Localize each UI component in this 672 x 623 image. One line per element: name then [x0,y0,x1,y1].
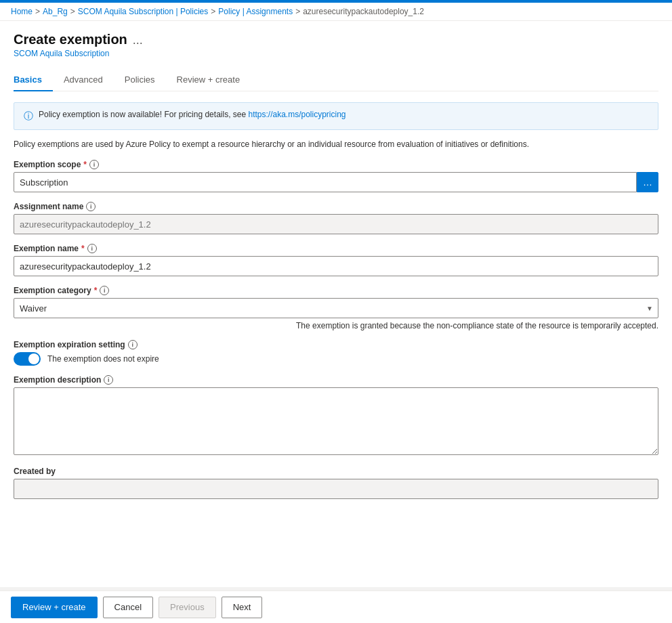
exemption-category-select-wrapper: Waiver Mitigated ▼ [14,298,658,318]
required-marker-3: * [94,286,98,295]
assignment-name-input [14,214,658,234]
created-by-group: Created by [14,467,658,499]
assignment-name-group: Assignment name i [14,202,658,234]
exemption-category-select[interactable]: Waiver Mitigated [14,298,658,318]
expiration-setting-label: Exemption expiration setting i [14,340,658,349]
page-subtitle: SCOM Aquila Subscription [14,49,658,58]
info-banner-text: Policy exemption is now available! For p… [39,110,346,119]
description-text: Policy exemptions are used by Azure Poli… [14,139,658,149]
breadcrumb-policies[interactable]: SCOM Aquila Subscription | Policies [78,7,209,16]
tab-basics[interactable]: Basics [14,69,53,91]
exemption-category-info[interactable]: i [100,286,109,295]
info-icon: ⓘ [24,110,33,123]
assignment-name-info[interactable]: i [86,202,96,211]
review-create-button[interactable]: Review + create [11,597,98,618]
ellipsis-button[interactable]: ... [133,34,143,46]
breadcrumb-abrg[interactable]: Ab_Rg [43,7,68,16]
exemption-scope-info[interactable]: i [89,160,99,169]
waiver-note: The exemption is granted because the non… [14,321,658,330]
scope-browse-button[interactable]: … [637,172,658,192]
breadcrumb-home[interactable]: Home [11,7,33,16]
created-by-label: Created by [14,467,658,476]
expiration-toggle[interactable] [14,352,41,366]
toggle-slider [14,352,41,366]
next-button[interactable]: Next [222,597,263,618]
expiration-toggle-label: The exemption does not expire [47,354,159,364]
tab-review-create[interactable]: Review + create [166,69,251,91]
exemption-category-group: Exemption category * i Waiver Mitigated … [14,286,658,330]
previous-button: Previous [159,597,216,618]
exemption-scope-group: Exemption scope * i … [14,160,658,192]
breadcrumb-sep-2: > [70,7,75,16]
breadcrumb-assignments[interactable]: Policy | Assignments [218,7,293,16]
exemption-description-label: Exemption description i [14,375,658,385]
page-header: Create exemption ... [14,32,658,47]
breadcrumb: Home > Ab_Rg > SCOM Aquila Subscription … [0,3,672,21]
exemption-scope-input-group: … [14,172,658,192]
exemption-name-input[interactable] [14,256,658,276]
created-by-input [14,479,658,499]
required-marker: * [83,160,87,169]
assignment-name-label: Assignment name i [14,202,658,211]
main-content: Create exemption ... SCOM Aquila Subscri… [0,21,672,587]
exemption-description-group: Exemption description i [14,375,658,457]
required-marker-2: * [81,244,85,253]
exemption-category-label: Exemption category * i [14,286,658,295]
exemption-description-info[interactable]: i [104,375,113,385]
toggle-row: The exemption does not expire [14,352,658,366]
tab-policies[interactable]: Policies [114,69,166,91]
cancel-button[interactable]: Cancel [103,597,153,618]
expiration-info[interactable]: i [128,340,138,349]
exemption-name-info[interactable]: i [87,244,97,253]
breadcrumb-sep-3: > [211,7,215,16]
exemption-description-input[interactable] [14,387,658,455]
info-banner: ⓘ Policy exemption is now available! For… [14,102,658,130]
bottom-bar: Review + create Cancel Previous Next [0,590,672,623]
tab-advanced[interactable]: Advanced [53,69,114,91]
breadcrumb-sep-4: > [295,7,300,16]
exemption-scope-label: Exemption scope * i [14,160,658,169]
page-title: Create exemption [14,32,127,47]
exemption-name-group: Exemption name * i [14,244,658,276]
tab-bar: Basics Advanced Policies Review + create [14,69,658,91]
breadcrumb-policy: azuresecuritypackautodeploy_1.2 [303,7,424,16]
exemption-scope-input[interactable] [14,172,637,192]
exemption-name-label: Exemption name * i [14,244,658,253]
breadcrumb-sep-1: > [35,7,40,16]
info-banner-link[interactable]: https://aka.ms/policypricing [248,110,345,119]
expiration-setting-group: Exemption expiration setting i The exemp… [14,340,658,366]
